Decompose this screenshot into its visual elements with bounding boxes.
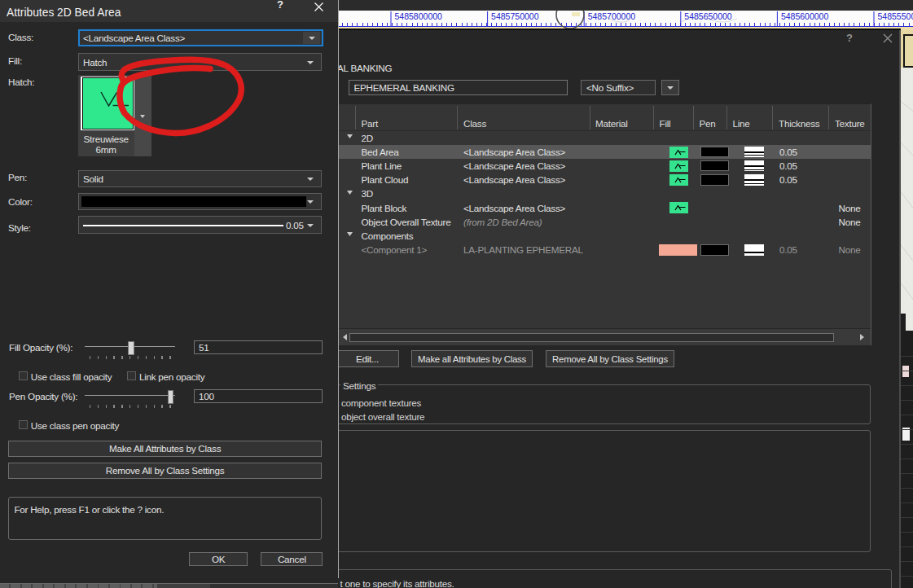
svg-text:5485750000: 5485750000 — [491, 11, 539, 21]
svg-text:5485800000: 5485800000 — [395, 11, 443, 21]
svg-text:5485600000: 5485600000 — [781, 11, 829, 21]
svg-text:5485650000: 5485650000 — [684, 11, 732, 21]
svg-text:5485550000: 5485550000 — [878, 11, 913, 21]
